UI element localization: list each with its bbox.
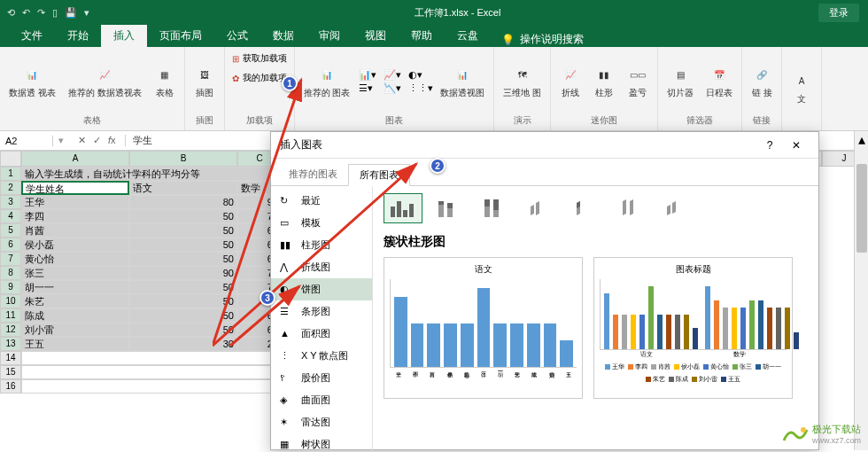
sparkline-line-button[interactable]: 📈折线 [556,63,585,100]
chart-type-pie[interactable]: ◐饼图 [271,278,372,300]
rec-charts-button[interactable]: 📊推荐的 图表 [300,63,354,100]
tab-help[interactable]: 帮助 [399,25,445,47]
preview-chart-2[interactable]: 图表标题 语文数学 王华李四肖茜侯小磊黄心怡张三胡一一朱艺陈成刘小雷王五 [593,257,793,399]
column-chart-icon[interactable]: 📊▾ [359,69,382,81]
qat-dropdown-icon[interactable]: ▾ [84,7,89,19]
tab-file[interactable]: 文件 [9,25,55,47]
cell[interactable]: 语文 [129,181,237,195]
my-addins-button[interactable]: ✿我的加载项 [230,70,289,86]
cell[interactable]: 80 [129,195,237,209]
fx-icon[interactable]: fx [108,135,116,146]
chart-type-bar[interactable]: ☰条形图 [271,300,372,323]
cell[interactable]: 胡一一 [21,280,129,294]
row-header[interactable]: 8 [0,266,21,280]
tab-all-charts[interactable]: 所有图表 [348,164,410,186]
close-icon[interactable]: ✕ [783,139,810,152]
chart-type-tree[interactable]: ▦树状图 [271,433,372,452]
chart-type-xy[interactable]: ⋮X Y 散点图 [271,345,372,367]
cell[interactable]: 学生姓名 [21,181,129,195]
row-header[interactable]: 9 [0,280,21,294]
cell[interactable]: 50 [129,280,237,294]
cell[interactable]: 50 [129,238,237,252]
save-icon[interactable]: 💾 [65,7,77,19]
chart-type-stock[interactable]: ⫯股价图 [271,367,372,389]
3d-stacked-subtype[interactable] [568,193,607,223]
tab-view[interactable]: 视图 [353,25,399,47]
col-header-a[interactable]: A [21,151,129,167]
enter-icon[interactable]: ✓ [93,135,101,146]
cell[interactable]: 李四 [21,209,129,223]
pie-chart-icon[interactable]: ◐▾ [408,69,431,81]
row-header[interactable]: 4 [0,209,21,223]
get-addins-button[interactable]: ⊞获取加载项 [230,51,289,66]
redo-icon[interactable]: ↷ [37,7,45,19]
row-header[interactable]: 7 [0,252,21,266]
line-chart-icon[interactable]: 📈▾ [384,69,407,81]
chart-type-surface[interactable]: ◈曲面图 [271,389,372,411]
cell[interactable]: 90 [129,266,237,280]
cell[interactable] [21,351,282,365]
tab-home[interactable]: 开始 [55,25,101,47]
tab-insert[interactable]: 插入 [101,25,147,47]
illustrations-button[interactable]: 🖼插图 [190,63,219,100]
cell[interactable] [21,379,282,394]
chart-type-template[interactable]: ▭模板 [271,212,372,234]
sparkline-col-button[interactable]: ▮▮柱形 [590,63,618,100]
cell[interactable]: 50 [129,308,237,323]
scatter-chart-icon[interactable]: ⋮⋮▾ [408,82,431,94]
tab-review[interactable]: 审阅 [306,25,353,47]
row-header[interactable]: 2 [0,181,21,195]
row-header[interactable]: 15 [0,365,21,379]
vertical-scrollbar[interactable]: ▴ [854,131,868,450]
bar-chart-icon[interactable]: ☰▾ [359,82,382,94]
stacked-column-subtype[interactable] [430,193,469,223]
row-header[interactable]: 3 [0,195,21,209]
link-button[interactable]: 🔗链 接 [748,63,776,100]
cell[interactable]: 黄心怡 [21,252,129,266]
row-header[interactable]: 16 [0,379,21,394]
chart-type-column[interactable]: ▮▮柱形图 [271,234,372,256]
cell[interactable]: 侯小磊 [21,238,129,252]
row-header[interactable]: 10 [0,294,21,308]
cell[interactable]: 刘小雷 [21,323,129,337]
cell[interactable]: 50 [129,294,237,308]
pivot-table-button[interactable]: 📊数据透 视表 [5,63,59,100]
3d-column-subtype[interactable] [660,193,699,223]
name-box[interactable]: A2 [0,136,53,146]
row-header[interactable]: 14 [0,351,21,365]
cell[interactable]: 50 [129,252,237,266]
text-button[interactable]: A文 [787,69,816,106]
row-header[interactable]: 6 [0,238,21,252]
preview-chart-1[interactable]: 语文 王华李四肖茜侯小磊黄心怡张三胡一一朱艺陈成刘小雷王五 [384,257,583,399]
row-header[interactable]: 12 [0,323,21,337]
cell[interactable]: 张三 [21,266,129,280]
table-button[interactable]: ▦表格 [151,63,179,100]
cell[interactable]: 输入学生成绩，自动统计学科的平均分等 [21,167,282,181]
chart-type-recent[interactable]: ↻最近 [271,190,372,212]
login-button[interactable]: 登录 [818,4,859,22]
cell[interactable]: 陈成 [21,308,129,323]
pivot-chart-button[interactable]: 📊数据透视图 [437,63,488,100]
cell[interactable]: 50 [129,209,237,223]
tab-data[interactable]: 数据 [260,25,306,47]
cell[interactable]: 50 [129,223,237,238]
tab-cloud[interactable]: 云盘 [445,25,491,47]
cell[interactable]: 王华 [21,195,129,209]
tab-layout[interactable]: 页面布局 [147,25,214,47]
chart-type-area[interactable]: ▲面积图 [271,323,372,345]
cell[interactable] [21,365,282,379]
help-icon[interactable]: ? [756,139,783,152]
3d-clustered-subtype[interactable] [522,193,561,223]
open-icon[interactable]: ▯ [52,7,58,19]
row-header[interactable]: 13 [0,337,21,351]
chart-type-line[interactable]: ⋀折线图 [271,256,372,278]
col-header-b[interactable]: B [129,151,237,167]
cell[interactable]: 肖茜 [21,223,129,238]
cell[interactable]: 50 [129,323,237,337]
clustered-column-subtype[interactable] [384,193,422,223]
undo-icon[interactable]: ↶ [22,7,30,19]
chart-type-radar[interactable]: ✶雷达图 [271,411,372,433]
cell[interactable]: 朱艺 [21,294,129,308]
row-header[interactable]: 5 [0,223,21,238]
cancel-icon[interactable]: ✕ [78,135,86,146]
